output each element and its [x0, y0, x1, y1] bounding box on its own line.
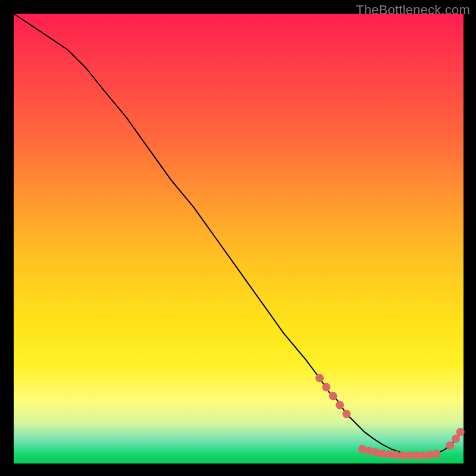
- curve-layer: [14, 14, 464, 464]
- curve-marker: [342, 410, 350, 418]
- curve-marker: [315, 374, 324, 382]
- curve-marker: [329, 392, 337, 400]
- bottleneck-curve: [14, 14, 464, 455]
- curve-marker: [433, 450, 441, 458]
- curve-marker: [322, 383, 330, 392]
- plot-area: [14, 14, 464, 464]
- curve-marker: [336, 401, 344, 409]
- curve-marker: [456, 428, 465, 436]
- chart-stage: TheBottleneck.com: [0, 0, 476, 476]
- curve-marker: [446, 441, 454, 450]
- curve-markers: [315, 374, 465, 459]
